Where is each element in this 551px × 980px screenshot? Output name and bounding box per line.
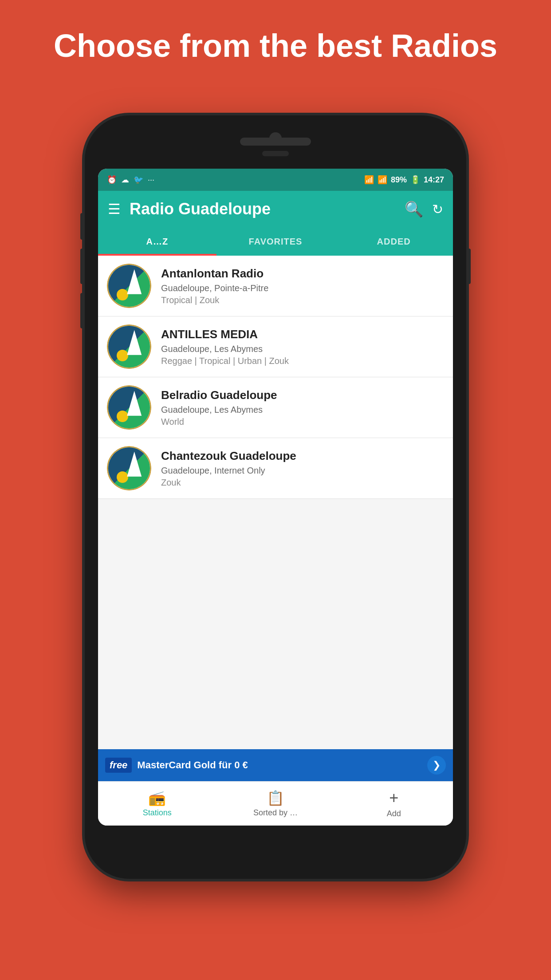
- status-right-info: 📶 📶 89% 🔋 14:27: [364, 175, 444, 185]
- app-title: Radio Guadeloupe: [130, 200, 396, 218]
- bottom-nav-add[interactable]: + Add: [335, 789, 453, 818]
- list-item[interactable]: Belradio Guadeloupe Guadeloupe, Les Abym…: [98, 377, 453, 438]
- tab-favorites[interactable]: FAVORITES: [216, 227, 335, 256]
- ad-banner[interactable]: free MasterCard Gold für 0 € ❯: [98, 749, 453, 781]
- tabs-bar: A…Z FAVORITES ADDED: [98, 227, 453, 256]
- search-button[interactable]: 🔍: [405, 200, 423, 218]
- station-location: Guadeloupe, Pointe-a-Pitre: [161, 283, 444, 293]
- station-name: Chantezouk Guadeloupe: [161, 449, 444, 463]
- station-info: Belradio Guadeloupe Guadeloupe, Les Abym…: [161, 388, 444, 427]
- status-left-icons: ⏰ ☁ 🐦 ···: [107, 175, 154, 185]
- page-headline: Choose from the best Radios: [0, 27, 551, 65]
- battery-level: 89%: [391, 175, 407, 185]
- phone-speaker: [240, 138, 311, 146]
- station-name: Belradio Guadeloupe: [161, 388, 444, 402]
- wifi-icon: 📶: [364, 175, 374, 185]
- bottom-nav-stations[interactable]: 📻 Stations: [98, 790, 216, 818]
- add-label: Add: [387, 809, 401, 818]
- add-icon: +: [389, 789, 398, 807]
- list-item[interactable]: Antanlontan Radio Guadeloupe, Pointe-a-P…: [98, 256, 453, 316]
- alarm-icon: ⏰: [107, 175, 117, 185]
- station-info: Antanlontan Radio Guadeloupe, Pointe-a-P…: [161, 267, 444, 305]
- station-location: Guadeloupe, Les Abymes: [161, 344, 444, 354]
- station-logo: [107, 264, 151, 308]
- list-item[interactable]: ANTILLES MEDIA Guadeloupe, Les Abymes Re…: [98, 316, 453, 377]
- signal-icon: 📶: [378, 175, 387, 185]
- station-genre: World: [161, 417, 444, 427]
- station-logo: [107, 385, 151, 430]
- phone-sensor: [262, 151, 289, 156]
- more-icon: ···: [148, 175, 154, 185]
- list-item[interactable]: Chantezouk Guadeloupe Guadeloupe, Intern…: [98, 438, 453, 499]
- sorted-label: Sorted by …: [253, 808, 298, 818]
- battery-icon: 🔋: [410, 175, 420, 185]
- bottom-nav-sorted[interactable]: 📋 Sorted by …: [216, 790, 335, 818]
- phone-frame: ⏰ ☁ 🐦 ··· 📶 📶 89% 🔋 14:27 ☰ Radio Guadel…: [85, 115, 466, 879]
- bottom-nav: 📻 Stations 📋 Sorted by … + Add: [98, 781, 453, 826]
- status-bar: ⏰ ☁ 🐦 ··· 📶 📶 89% 🔋 14:27: [98, 169, 453, 191]
- stations-icon: 📻: [148, 790, 166, 806]
- phone-volume-up-button: [80, 249, 85, 284]
- refresh-button[interactable]: ↻: [432, 202, 443, 217]
- screen-content: Antanlontan Radio Guadeloupe, Pointe-a-P…: [98, 256, 453, 826]
- twitter-icon: 🐦: [134, 175, 143, 185]
- sorted-icon: 📋: [267, 790, 284, 806]
- stations-label: Stations: [143, 808, 172, 818]
- radio-list: Antanlontan Radio Guadeloupe, Pointe-a-P…: [98, 256, 453, 826]
- ad-arrow-button[interactable]: ❯: [427, 756, 446, 775]
- station-info: ANTILLES MEDIA Guadeloupe, Les Abymes Re…: [161, 328, 444, 366]
- station-info: Chantezouk Guadeloupe Guadeloupe, Intern…: [161, 449, 444, 488]
- station-logo: [107, 324, 151, 369]
- station-location: Guadeloupe, Internet Only: [161, 466, 444, 476]
- tab-az[interactable]: A…Z: [98, 227, 216, 256]
- tab-added[interactable]: ADDED: [335, 227, 453, 256]
- ad-logo: free: [105, 758, 132, 773]
- clock: 14:27: [424, 175, 444, 185]
- phone-mute-button: [80, 213, 85, 240]
- station-genre: Tropical | Zouk: [161, 295, 444, 305]
- weather-icon: ☁: [121, 175, 129, 185]
- ad-text: MasterCard Gold für 0 €: [137, 759, 422, 771]
- station-location: Guadeloupe, Les Abymes: [161, 405, 444, 415]
- station-genre: Reggae | Tropical | Urban | Zouk: [161, 356, 444, 366]
- station-logo: [107, 446, 151, 490]
- station-name: Antanlontan Radio: [161, 267, 444, 281]
- phone-power-button: [466, 249, 471, 284]
- menu-button[interactable]: ☰: [108, 201, 121, 217]
- station-genre: Zouk: [161, 478, 444, 488]
- phone-screen: ⏰ ☁ 🐦 ··· 📶 📶 89% 🔋 14:27 ☰ Radio Guadel…: [98, 169, 453, 826]
- station-name: ANTILLES MEDIA: [161, 328, 444, 341]
- phone-volume-down-button: [80, 293, 85, 328]
- app-bar: ☰ Radio Guadeloupe 🔍 ↻: [98, 191, 453, 227]
